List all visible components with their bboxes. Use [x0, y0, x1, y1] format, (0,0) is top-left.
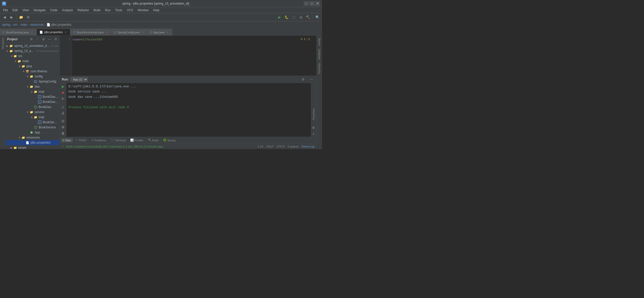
tab-jdbcproperties[interactable]: 📄 jdbc.properties × [37, 29, 70, 35]
tab-build[interactable]: 🔨 Build [146, 138, 160, 142]
fav-btn-1[interactable]: ⊞ [311, 125, 316, 130]
menu-code[interactable]: Code [48, 8, 60, 12]
cursor-position[interactable]: 1:16 [258, 145, 263, 148]
tree-item-bookservice[interactable]: ▶ I BookService [6, 125, 60, 130]
breadcrumb-spring[interactable]: spring [2, 23, 10, 26]
indent-setting[interactable]: 4 spaces [287, 145, 299, 148]
debug-button[interactable]: 🐛 [284, 14, 290, 20]
coverage-button[interactable]: ⬚ [291, 14, 297, 20]
fold-btn[interactable]: ⊟ [61, 119, 66, 124]
breadcrumb-src[interactable]: src [13, 23, 18, 26]
step-button[interactable]: ↻ [61, 96, 66, 101]
charset[interactable]: UTF-8 [276, 145, 284, 148]
tree-item-app[interactable]: ▶ A App [6, 130, 60, 135]
rerun-button[interactable]: ▶ [61, 84, 66, 89]
stop-button[interactable]: ■ [61, 90, 66, 95]
right-tool-hierarchy[interactable]: Hierarchy [317, 61, 321, 75]
tree-item-java[interactable]: ▼ 📁 java [6, 64, 60, 69]
tab-spring[interactable]: 🌿 Spring [161, 138, 178, 142]
tab-profiler[interactable]: 📊 Profiler [128, 138, 145, 142]
tab-close-springconfig[interactable]: × [141, 31, 144, 34]
minimize-button[interactable]: ─ [304, 1, 309, 6]
clear-btn[interactable]: 🗑 [61, 131, 66, 136]
right-tool-database[interactable]: Database [317, 47, 321, 61]
tree-item-src[interactable]: ▼ 📁 src [6, 53, 60, 59]
structure-tool-btn[interactable]: Structure [1, 37, 5, 50]
tree-item-target[interactable]: ▶ 📁 target [6, 145, 60, 149]
menu-vcs[interactable]: VCS [125, 8, 135, 12]
menu-view[interactable]: View [20, 8, 31, 12]
menu-refactor[interactable]: Refactor [76, 8, 91, 12]
menu-file[interactable]: File [1, 8, 10, 12]
panel-expand-btn[interactable]: ⊞ [41, 37, 46, 42]
tree-item-comitheima[interactable]: ▼ 📦 com.itheima [6, 69, 60, 74]
tab-springconfig[interactable]: C SpringConfig.java × [111, 29, 147, 35]
settings-button[interactable]: ⚙ [25, 14, 31, 20]
fav-btn-2[interactable]: ≡ [311, 131, 316, 136]
favorites-label[interactable]: Favorites [312, 109, 315, 120]
tab-app[interactable]: C App.java × [148, 29, 172, 35]
line-ending[interactable]: CRLF [266, 145, 274, 148]
tab-close-bookdaoimpl[interactable]: × [30, 31, 34, 34]
tab-close-jdbcproperties[interactable]: × [64, 30, 67, 34]
tree-arrow-main: ▼ [14, 60, 17, 63]
tab-terminal[interactable]: ⬛ Terminal [109, 138, 128, 142]
event-log-link[interactable]: Event Log [302, 145, 314, 148]
panel-settings-btn[interactable]: ⚙ [29, 37, 34, 42]
tree-item-springconfig[interactable]: ▶ C SpringConfig [6, 79, 60, 84]
tree-item-spring12[interactable]: ▶ 📁 spring_12_annotation_bean_manager D:… [6, 43, 60, 48]
tab-close-bookserviceimpl[interactable]: × [105, 31, 108, 34]
tree-item-service-impl[interactable]: ▼ 📁 impl [6, 115, 60, 120]
run-close-btn[interactable]: — [308, 76, 314, 83]
project-structure-button[interactable]: 📁 [18, 14, 24, 20]
build-button[interactable]: 🔨 [305, 14, 311, 20]
app-selector[interactable]: App (2) [71, 77, 88, 82]
menu-build[interactable]: Build [92, 8, 103, 12]
tree-label-main: main [22, 59, 58, 63]
scroll-to-end-btn[interactable]: ⤓ [61, 104, 66, 110]
tab-run[interactable]: ▶ Run [61, 138, 73, 142]
tab-bookdaoimpl[interactable]: C BookDaoImpl.java × [0, 29, 36, 35]
maximize-button[interactable]: □ [309, 1, 314, 6]
print-btn[interactable]: 🖨 [61, 110, 66, 115]
menu-edit[interactable]: Edit [10, 8, 20, 12]
breadcrumb-main[interactable]: main [21, 23, 27, 26]
breadcrumb-resources[interactable]: resources [30, 23, 44, 26]
menu-tools[interactable]: Tools [113, 8, 124, 12]
right-tool-maven[interactable]: Maven [317, 37, 321, 47]
tab-todo[interactable]: ✓ TODO [73, 138, 89, 142]
tree-item-bookdao[interactable]: ▶ I BookDao [6, 104, 60, 110]
tree-item-bookdaoimpl2[interactable]: ▶ C BookDaoImpl2 [6, 99, 60, 104]
tab-bookserviceimpl[interactable]: C BookServiceImpl.java × [70, 29, 111, 35]
panel-collapse-btn[interactable]: — [47, 37, 52, 42]
menu-navigate[interactable]: Navigate [32, 8, 48, 12]
menu-analyze[interactable]: Analyze [60, 8, 75, 12]
tree-item-resources[interactable]: ▼ 📁 resources [6, 135, 60, 140]
close-button[interactable]: ✕ [315, 1, 320, 6]
tree-item-dao[interactable]: ▼ 📁 dao [6, 84, 60, 89]
panel-gear-btn[interactable]: ⚙ [53, 37, 58, 42]
settings-run-btn[interactable]: ⚙ [61, 125, 66, 130]
profile-button[interactable]: ◎ [298, 14, 304, 20]
forward-button[interactable]: ▶ [9, 14, 15, 20]
breadcrumb-file[interactable]: 📄 jdbc.properties [47, 23, 71, 26]
tab-problems[interactable]: ⚠ Problems [89, 138, 108, 142]
menu-run[interactable]: Run [103, 8, 113, 12]
tree-item-jdbcproperties[interactable]: ▶ 📄 jdbc.properties [6, 140, 60, 145]
tree-item-dao-impl[interactable]: ▼ 📁 impl [6, 89, 60, 94]
tree-item-service[interactable]: ▼ 📁 service [6, 110, 60, 115]
panel-scroll-btn[interactable]: ↕ [35, 37, 40, 42]
run-settings-btn[interactable]: ⚙ [300, 76, 306, 83]
tree-item-main[interactable]: ▼ 📁 main [6, 59, 60, 64]
run-button[interactable]: ▶ [276, 14, 283, 20]
tree-item-spring13[interactable]: ▼ 📁 spring_13_annotation_di D:\workspace… [6, 48, 60, 53]
tree-item-bookserviceimpl[interactable]: ▶ C BookServiceImpl [6, 120, 60, 125]
search-everywhere-button[interactable]: 🔍 [314, 14, 320, 20]
tree-item-config[interactable]: ▼ 📁 config [6, 74, 60, 79]
back-button[interactable]: ◀ [2, 14, 8, 20]
menu-help[interactable]: Help [151, 8, 162, 12]
tab-close-app[interactable]: × [166, 31, 169, 34]
tree-item-bookdaoimpl[interactable]: ▶ C BookDaoImpl [6, 94, 60, 99]
menu-window[interactable]: Window [136, 8, 151, 12]
editor-content[interactable]: 1 name=itheima888 [60, 36, 316, 76]
